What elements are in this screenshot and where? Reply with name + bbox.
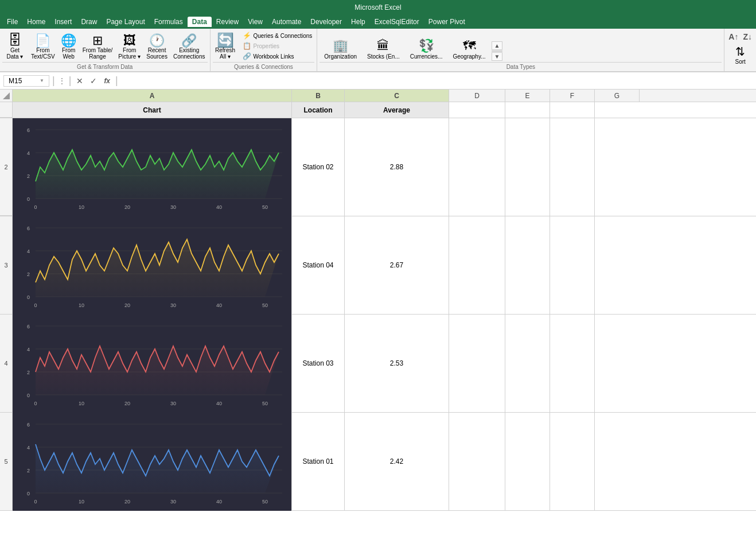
menu-item-help[interactable]: Help xyxy=(346,17,370,27)
menu-item-excelsqleditor[interactable]: ExcelSqlEditor xyxy=(370,17,424,27)
from-text-csv-button[interactable]: 📄 FromText/CSV xyxy=(29,33,57,61)
sort-za-button[interactable]: Z↓ xyxy=(741,31,754,42)
formula-bar-divider3: | xyxy=(115,75,118,87)
col-header-a[interactable]: A xyxy=(13,90,292,102)
row-header-2[interactable]: 2 xyxy=(0,118,13,216)
cell-e5[interactable] xyxy=(505,413,550,510)
formula-confirm-button[interactable]: ✓ xyxy=(88,76,99,86)
cell-c3[interactable]: 2.67 xyxy=(345,216,449,314)
row-header-4[interactable]: 4 xyxy=(0,315,13,412)
data-types-scroll-down[interactable]: ▼ xyxy=(492,52,503,61)
col-header-e[interactable]: E xyxy=(505,90,550,102)
cell-a5-chart: 6 4 2 0 0 10 20 30 40 50 xyxy=(13,413,292,511)
grid-row-4: 4 6 4 2 0 0 10 20 30 40 50 xyxy=(0,315,756,413)
svg-text:30: 30 xyxy=(170,499,176,505)
cell-g2[interactable] xyxy=(595,118,640,216)
menu-item-file[interactable]: File xyxy=(2,17,22,27)
menu-item-developer[interactable]: Developer xyxy=(306,17,346,27)
menu-item-draw[interactable]: Draw xyxy=(76,17,102,27)
cell-f1[interactable] xyxy=(550,102,595,118)
cell-g5[interactable] xyxy=(595,413,640,510)
queries-connections-button[interactable]: ⚡ Queries & Connections xyxy=(240,31,315,40)
cell-b1[interactable]: Location xyxy=(292,102,345,118)
cell-f3[interactable] xyxy=(550,216,595,314)
menu-item-data[interactable]: Data xyxy=(188,17,212,27)
spreadsheet: A B C D E F G Chart Location Average 2 xyxy=(0,90,756,511)
cell-e1[interactable] xyxy=(505,102,550,118)
menu-item-view[interactable]: View xyxy=(243,17,267,27)
cell-c2[interactable]: 2.88 xyxy=(345,118,449,216)
menu-item-powerpivot[interactable]: Power Pivot xyxy=(424,17,470,27)
cell-g3[interactable] xyxy=(595,216,640,314)
col-header-b[interactable]: B xyxy=(292,90,345,102)
menu-item-insert[interactable]: Insert xyxy=(50,17,76,27)
cell-c1[interactable]: Average xyxy=(345,102,449,118)
workbook-links-button[interactable]: 🔗 Workbook Links xyxy=(240,52,315,61)
organization-button[interactable]: 🏢 Organization xyxy=(319,37,361,61)
cell-d3[interactable] xyxy=(449,216,505,314)
menu-item-review[interactable]: Review xyxy=(212,17,243,27)
formula-fx-button[interactable]: fx xyxy=(102,77,112,85)
from-picture-button[interactable]: 🖼 FromPicture ▾ xyxy=(116,33,143,61)
geography-button[interactable]: 🗺 Geography... xyxy=(448,37,490,61)
cell-d2[interactable] xyxy=(449,118,505,216)
sort-az-button[interactable]: A↑ xyxy=(727,31,740,42)
get-data-button[interactable]: 🗄 GetData ▾ xyxy=(2,32,28,61)
col-header-g[interactable]: G xyxy=(595,90,640,102)
row-header-5[interactable]: 5 xyxy=(0,413,13,510)
properties-button[interactable]: 📋 Properties xyxy=(240,41,315,51)
sort-button[interactable]: ⇅ Sort xyxy=(728,44,753,66)
svg-text:2: 2 xyxy=(27,173,30,179)
cell-c3-value: 2.67 xyxy=(390,261,403,269)
from-table-range-button[interactable]: ⊞ From Table/Range xyxy=(80,33,115,61)
menu-item-formulas[interactable]: Formulas xyxy=(150,17,188,27)
formula-input[interactable] xyxy=(121,77,753,85)
data-types-scroll-up[interactable]: ▲ xyxy=(492,41,503,50)
cell-a1[interactable]: Chart xyxy=(13,102,292,118)
stocks-button[interactable]: 🏛 Stocks (En... xyxy=(363,37,404,61)
existing-connections-button[interactable]: 🔗 ExistingConnections xyxy=(171,33,208,61)
cell-f5[interactable] xyxy=(550,413,595,510)
cell-e2[interactable] xyxy=(505,118,550,216)
col-header-f[interactable]: F xyxy=(550,90,595,102)
svg-text:50: 50 xyxy=(262,499,268,505)
cell-d5[interactable] xyxy=(449,413,505,510)
formula-cancel-button[interactable]: ✕ xyxy=(74,76,85,86)
cell-b2[interactable]: Station 02 xyxy=(292,118,345,216)
data-types-group-label: Data Types xyxy=(319,62,722,70)
col-header-c[interactable]: C xyxy=(345,90,449,102)
cell-b4[interactable]: Station 03 xyxy=(292,315,345,412)
svg-text:20: 20 xyxy=(124,401,130,406)
cell-f4[interactable] xyxy=(550,315,595,412)
from-web-button[interactable]: 🌐 FromWeb xyxy=(59,33,79,61)
stocks-label: Stocks (En... xyxy=(367,53,400,60)
cell-d1[interactable] xyxy=(449,102,505,118)
cell-e3[interactable] xyxy=(505,216,550,314)
svg-text:0: 0 xyxy=(34,302,37,308)
svg-marker-0 xyxy=(3,92,10,99)
cell-e4[interactable] xyxy=(505,315,550,412)
cell-b5[interactable]: Station 01 xyxy=(292,413,345,510)
cell-d4[interactable] xyxy=(449,315,505,412)
cell-f2[interactable] xyxy=(550,118,595,216)
recent-sources-button[interactable]: 🕐 RecentSources xyxy=(144,33,170,61)
menu-item-automate[interactable]: Automate xyxy=(267,17,306,27)
refresh-all-button[interactable]: 🔄 RefreshAll ▾ xyxy=(213,32,238,61)
svg-text:0: 0 xyxy=(34,499,37,505)
cell-b3[interactable]: Station 04 xyxy=(292,216,345,314)
currencies-button[interactable]: 💱 Currencies... xyxy=(406,37,447,61)
row-header-1[interactable] xyxy=(0,102,13,118)
sort-icon: ⇅ xyxy=(735,45,745,59)
row-header-3[interactable]: 3 xyxy=(0,216,13,314)
cell-g4[interactable] xyxy=(595,315,640,412)
menu-item-pagelayout[interactable]: Page Layout xyxy=(102,17,149,27)
col-header-d[interactable]: D xyxy=(449,90,505,102)
cell-c4[interactable]: 2.53 xyxy=(345,315,449,412)
menu-item-home[interactable]: Home xyxy=(22,17,50,27)
cell-reference-box[interactable]: M15 ▼ xyxy=(3,75,49,87)
cell-g1[interactable] xyxy=(595,102,640,118)
svg-text:4: 4 xyxy=(27,249,30,254)
cell-b3-value: Station 04 xyxy=(302,261,333,269)
svg-text:10: 10 xyxy=(79,204,84,210)
cell-c5[interactable]: 2.42 xyxy=(345,413,449,510)
